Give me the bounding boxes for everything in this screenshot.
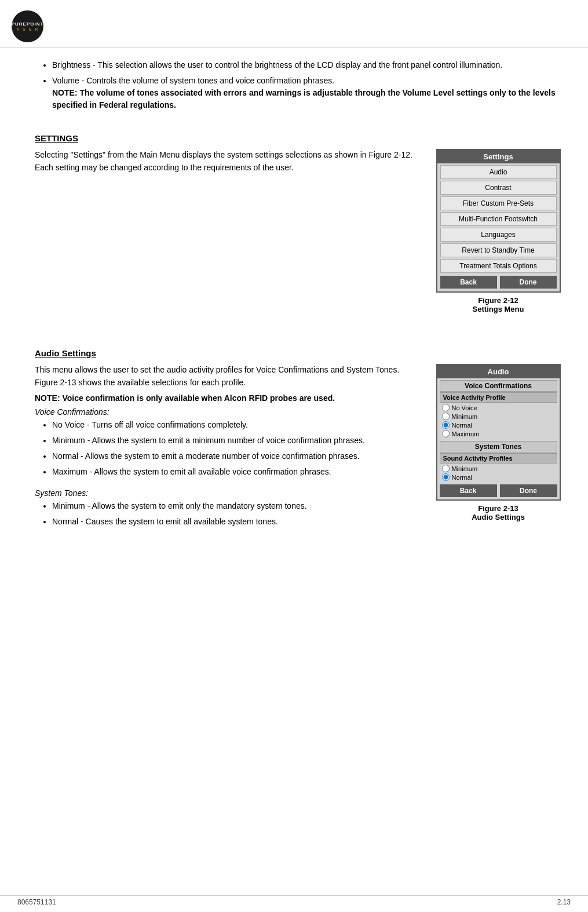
bullet-brightness: Brightness - This selection allows the u… — [52, 59, 565, 71]
sound-activity-label: Sound Activity Profiles — [440, 453, 557, 464]
audio-text-col: This menu allows the user to set the aud… — [35, 364, 420, 538]
voice-radio-maximum[interactable] — [442, 430, 450, 437]
settings-figure-col: Settings Audio Contrast Fiber Custom Pre… — [432, 149, 565, 313]
settings-text-col: Selecting "Settings" from the Main Menu … — [35, 149, 420, 178]
sound-option-minimum[interactable]: Minimum — [437, 464, 560, 473]
sound-label-minimum: Minimum — [452, 465, 478, 472]
system-tones-bullet-0: Minimum - Allows the system to emit only… — [52, 500, 420, 512]
voice-option-maximum[interactable]: Maximum — [437, 429, 560, 438]
voice-bullet-2: Normal - Allows the system to emit a mod… — [52, 450, 420, 462]
audio-section: Audio Settings This menu allows the user… — [35, 348, 565, 538]
system-tones-label: System Tones — [440, 441, 557, 453]
voice-confirmations-label: Voice Confirmations — [440, 380, 557, 392]
voice-confirmations-italic: Voice Confirmations: — [35, 407, 420, 417]
settings-figure-caption: Figure 2-12 Settings Menu — [473, 296, 524, 313]
voice-bullet-2-text: Normal - Allows the system to emit a mod… — [52, 451, 360, 461]
voice-bullet-1-text: Minimum - Allows the system to emit a mi… — [52, 436, 365, 445]
voice-label-minimum: Minimum — [452, 413, 478, 420]
settings-heading: SETTINGS — [35, 133, 565, 143]
voice-radio-normal[interactable] — [442, 421, 450, 429]
spacer-2 — [35, 325, 565, 337]
voice-option-minimum[interactable]: Minimum — [437, 412, 560, 421]
settings-body: Selecting "Settings" from the Main Menu … — [35, 149, 420, 174]
main-content: Brightness - This selection allows the u… — [0, 53, 588, 556]
voice-option-normal[interactable]: Normal — [437, 421, 560, 429]
audio-heading: Audio Settings — [35, 348, 565, 358]
audio-figure-caption: Figure 2-13 Audio Settings — [472, 504, 525, 521]
voice-bullet-1: Minimum - Allows the system to emit a mi… — [52, 435, 420, 447]
voice-bullet-0: No Voice - Turns off all voice confirmat… — [52, 419, 420, 431]
settings-menu-footswitch[interactable]: Multi-Function Footswitch — [440, 212, 557, 226]
audio-figure-col: Audio Voice Confirmations Voice Activity… — [432, 364, 565, 521]
volume-main-text: Volume - Controls the volume of system t… — [52, 76, 334, 85]
spacer-3 — [35, 337, 565, 348]
audio-fig-num: Figure 2-13 — [472, 504, 525, 513]
system-tones-bullet-1: Normal - Causes the system to emit all a… — [52, 516, 420, 528]
footer-doc-number: 8065751131 — [17, 898, 56, 906]
settings-menu-buttons: Back Done — [440, 276, 557, 289]
logo-brand: PUREPOINT — [12, 21, 44, 27]
settings-menu-treatment[interactable]: Treatment Totals Options — [440, 259, 557, 273]
settings-menu-fiber[interactable]: Fiber Custom Pre-Sets — [440, 196, 557, 210]
audio-body1: This menu allows the user to set the aud… — [35, 364, 420, 389]
voice-label-maximum: Maximum — [452, 431, 480, 437]
system-tones-italic: System Tones: — [35, 488, 420, 498]
settings-fig-num: Figure 2-12 — [473, 296, 524, 305]
settings-menu-contrast[interactable]: Contrast — [440, 181, 557, 195]
bullet-volume: Volume - Controls the volume of system t… — [52, 75, 565, 111]
settings-two-col: Selecting "Settings" from the Main Menu … — [35, 149, 565, 313]
audio-menu-title: Audio — [437, 365, 560, 378]
audio-fig-title: Audio Settings — [472, 513, 525, 521]
settings-menu-revert[interactable]: Revert to Standby Time — [440, 243, 557, 257]
settings-done-button[interactable]: Done — [500, 276, 557, 289]
intro-bullet-list: Brightness - This selection allows the u… — [35, 59, 565, 111]
settings-menu-widget: Settings Audio Contrast Fiber Custom Pre… — [436, 149, 561, 293]
audio-menu-buttons: Back Done — [440, 484, 557, 497]
audio-note: NOTE: Voice confirmation is only availab… — [35, 393, 420, 403]
voice-label-no-voice: No Voice — [452, 404, 477, 411]
voice-option-no-voice[interactable]: No Voice — [437, 403, 560, 412]
page-header: PUREPOINT L A S E R — [0, 6, 588, 48]
voice-radio-no-voice[interactable] — [442, 404, 450, 411]
volume-note-text: NOTE: The volume of tones associated wit… — [52, 88, 556, 110]
sound-radio-normal[interactable] — [442, 473, 450, 481]
logo-laser: L A S E R — [12, 27, 44, 31]
sound-radio-minimum[interactable] — [442, 465, 450, 472]
voice-radio-minimum[interactable] — [442, 413, 450, 420]
voice-activity-label: Voice Activity Profile — [440, 392, 557, 403]
settings-menu-audio[interactable]: Audio — [440, 165, 557, 179]
footer-page: 2.13 — [557, 898, 571, 906]
settings-back-button[interactable]: Back — [440, 276, 497, 289]
sound-label-normal: Normal — [452, 474, 472, 481]
audio-two-col: This menu allows the user to set the aud… — [35, 364, 565, 538]
audio-menu-widget: Audio Voice Confirmations Voice Activity… — [436, 364, 561, 501]
settings-menu-languages[interactable]: Languages — [440, 228, 557, 242]
voice-bullet-3: Maximum - Allows the system to emit all … — [52, 466, 420, 478]
settings-fig-title: Settings Menu — [473, 305, 524, 313]
audio-back-button[interactable]: Back — [440, 484, 497, 497]
logo: PUREPOINT L A S E R — [12, 10, 43, 42]
voice-label-normal: Normal — [452, 422, 472, 429]
spacer-1 — [35, 122, 565, 133]
audio-done-button[interactable]: Done — [500, 484, 557, 497]
voice-bullet-list: No Voice - Turns off all voice confirmat… — [35, 419, 420, 478]
brightness-text: Brightness - This selection allows the u… — [52, 60, 502, 70]
settings-section: SETTINGS Selecting "Settings" from the M… — [35, 133, 565, 313]
settings-menu-title: Settings — [437, 150, 560, 163]
page-footer: 8065751131 2.13 — [0, 895, 588, 906]
system-tones-bullet-list: Minimum - Allows the system to emit only… — [35, 500, 420, 528]
sound-option-normal[interactable]: Normal — [437, 473, 560, 481]
page-wrapper: PUREPOINT L A S E R Brightness - This se… — [0, 0, 588, 912]
